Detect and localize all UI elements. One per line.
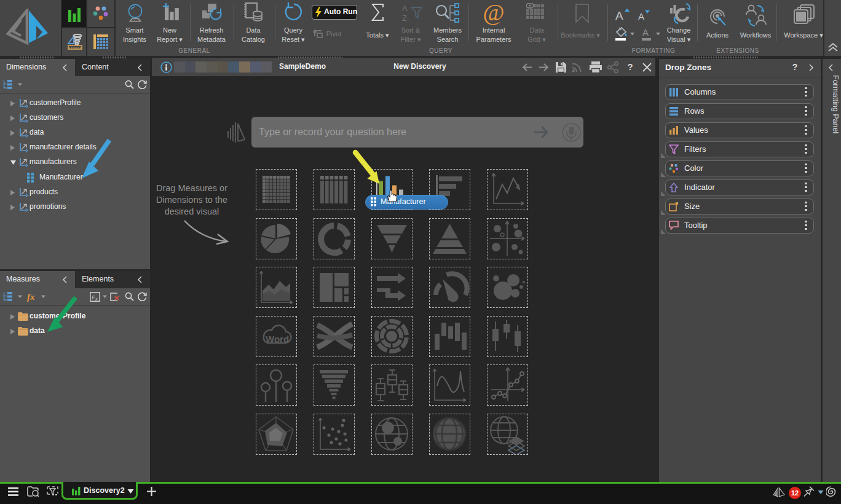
svg-text:A: A — [615, 9, 623, 22]
svg-text:A: A — [638, 11, 644, 22]
svg-text:Word: Word — [266, 334, 289, 344]
svg-text:F: F — [91, 294, 95, 301]
svg-text:x: x — [95, 296, 98, 302]
svg-text:A: A — [642, 27, 649, 37]
